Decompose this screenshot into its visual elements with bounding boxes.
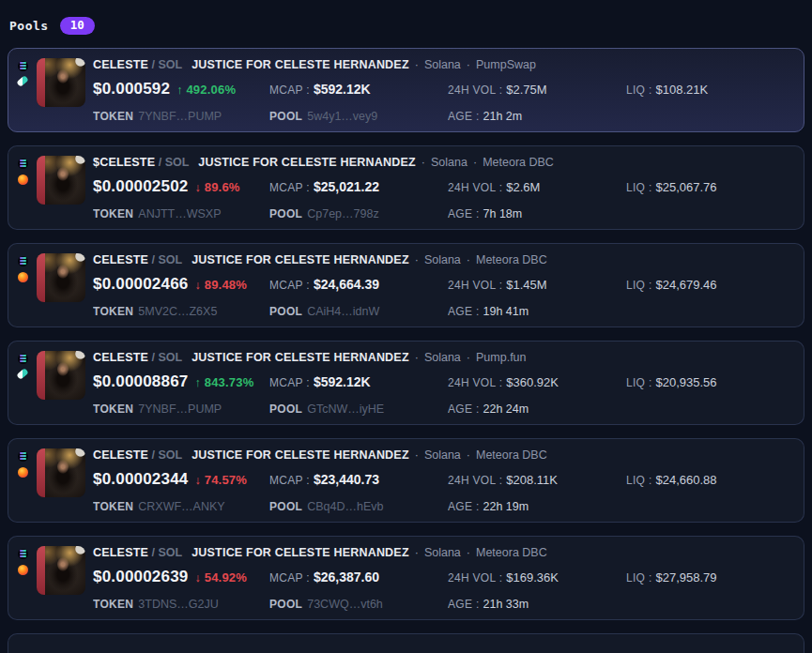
mcap-cell: MCAP :$26,387.60 xyxy=(269,569,448,585)
address-row: TOKENCRXWF…ANKY POOLCBq4D…hEvb AGE :22h … xyxy=(93,497,789,514)
token-avatar xyxy=(37,351,85,400)
pool-address: 73CWQ…vt6h xyxy=(307,598,383,611)
pair-symbol: CELESTE / SOL xyxy=(93,253,182,266)
price-cell: $0.00008867↑ 843.73% xyxy=(93,372,269,391)
chain-name: Solana xyxy=(431,156,467,169)
pumpfun-pill-icon xyxy=(16,367,29,379)
solana-icon xyxy=(18,159,28,169)
pair-symbol: CELESTE / SOL xyxy=(93,351,182,364)
mcap-value: $24,664.39 xyxy=(314,277,379,292)
pool-card[interactable]: CELESTE / SOL JUSTICE FOR CELESTE HERNAN… xyxy=(8,48,804,132)
stats-row: $0.00008867↑ 843.73% MCAP :$592.12K 24H … xyxy=(93,372,789,391)
solana-icon xyxy=(18,451,28,462)
volume-value: $208.11K xyxy=(506,473,558,487)
pool-title-row: CELESTE / SOL JUSTICE FOR CELESTE HERNAN… xyxy=(93,546,789,559)
token-address-cell[interactable]: TOKEN5MV2C…Z6X5 xyxy=(93,302,269,319)
token-avatar xyxy=(37,546,85,595)
stats-row: $0.00002639↓ 54.92% MCAP :$26,387.60 24H… xyxy=(93,568,789,586)
dex-name: Meteora DBC xyxy=(476,253,547,266)
token-full-name: JUSTICE FOR CELESTE HERNANDEZ xyxy=(192,546,409,559)
solana-icon xyxy=(18,549,28,559)
age-value: 22h 19m xyxy=(483,500,529,513)
token-address-cell[interactable]: TOKEN7YNBF…PUMP xyxy=(93,400,269,417)
chain-name: Solana xyxy=(424,448,461,462)
token-full-name: JUSTICE FOR CELESTE HERNANDEZ xyxy=(192,448,409,462)
pair-quote: / SOL xyxy=(152,546,183,559)
liquidity-value: $20,935.56 xyxy=(656,375,717,389)
dex-name: Meteora DBC xyxy=(476,546,547,559)
dex-name: Pump.fun xyxy=(476,351,527,364)
pair-base: CELESTE xyxy=(93,351,148,364)
pool-card[interactable]: CELESTE / SOL JUSTICE FOR CELESTE HERNAN… xyxy=(8,438,804,523)
liquidity-value: $24,679.46 xyxy=(656,278,717,292)
mcap-value: $26,387.60 xyxy=(314,569,379,585)
separator-dot: · xyxy=(415,58,419,71)
token-address: 5MV2C…Z6X5 xyxy=(138,305,217,318)
change-percent: 843.73% xyxy=(205,375,254,389)
liquidity-value: $25,067.76 xyxy=(656,180,717,194)
pair-quote: / SOL xyxy=(152,253,183,266)
pool-address: CBq4D…hEvb xyxy=(307,500,383,513)
price-cell: $0.00002502↓ 89.6% xyxy=(93,177,269,196)
pool-address-cell[interactable]: POOLCBq4D…hEvb xyxy=(269,497,448,514)
change-percent: 89.48% xyxy=(205,278,247,292)
token-address-cell[interactable]: TOKEN3TDNS…G2JU xyxy=(93,595,269,612)
token-label: TOKEN xyxy=(93,402,133,416)
token-avatar xyxy=(37,448,85,497)
liquidity-label: LIQ : xyxy=(626,376,652,389)
mcap-label: MCAP : xyxy=(269,279,310,292)
price-cell: $0.000592↑ 492.06% xyxy=(93,80,269,99)
pool-card[interactable]: CELESTE / SOL JUSTICE FOR CELESTE HERNAN… xyxy=(8,243,804,327)
mcap-value: $592.12K xyxy=(314,82,371,97)
pair-symbol: $CELESTE / SOL xyxy=(93,156,189,169)
pool-address-cell[interactable]: POOL73CWQ…vt6h xyxy=(269,595,448,612)
pool-address-cell[interactable]: POOL5w4y1…vey9 xyxy=(269,107,448,124)
price-value: $0.00002502 xyxy=(93,177,188,195)
mcap-value: $592.12K xyxy=(314,374,371,389)
age-value: 7h 18m xyxy=(483,207,523,220)
pool-address-cell[interactable]: POOLCp7ep…798z xyxy=(269,205,448,221)
price-value: $0.000592 xyxy=(93,80,170,98)
mcap-cell: MCAP :$25,021.22 xyxy=(269,178,448,195)
pool-badges xyxy=(18,351,31,377)
pair-quote: / SOL xyxy=(152,351,183,364)
age-cell: AGE :22h 19m xyxy=(448,497,626,514)
volume-value: $2.6M xyxy=(506,180,540,194)
pool-card[interactable]: CELESTE / SOL JUSTICE FOR CELESTE HERNAN… xyxy=(8,341,804,425)
solana-icon xyxy=(18,61,28,71)
meteora-icon xyxy=(18,272,28,282)
dex-name: PumpSwap xyxy=(476,58,536,71)
change-percent: 74.57% xyxy=(205,473,247,487)
pool-label: POOL xyxy=(269,207,302,220)
pool-badges xyxy=(18,253,31,282)
pool-label: POOL xyxy=(269,598,302,611)
liquidity-label: LIQ : xyxy=(626,279,652,292)
token-address-cell[interactable]: TOKENCRXWF…ANKY xyxy=(93,497,269,514)
token-address-cell[interactable]: TOKENANJTT…WSXP xyxy=(93,205,269,221)
pair-base: CELESTE xyxy=(93,448,148,462)
pool-address-cell[interactable]: POOLCAiH4…idnW xyxy=(269,302,448,319)
pool-badges xyxy=(18,156,31,185)
token-address: CRXWF…ANKY xyxy=(138,500,224,513)
pool-address: Cp7ep…798z xyxy=(307,207,378,220)
pair-quote: / SOL xyxy=(159,156,190,169)
pool-address-cell[interactable]: POOLGTcNW…iyHE xyxy=(269,400,448,417)
pool-title-row: CELESTE / SOL JUSTICE FOR CELESTE HERNAN… xyxy=(93,253,789,266)
pair-quote: / SOL xyxy=(152,58,183,71)
pool-card-partial[interactable] xyxy=(8,633,804,653)
age-label: AGE : xyxy=(448,500,480,513)
pair-base: CELESTE xyxy=(93,546,148,559)
separator-dot: · xyxy=(467,351,470,364)
pool-card[interactable]: $CELESTE / SOL JUSTICE FOR CELESTE HERNA… xyxy=(8,145,804,230)
token-label: TOKEN xyxy=(93,207,133,220)
stats-row: $0.000592↑ 492.06% MCAP :$592.12K 24H VO… xyxy=(93,80,789,99)
volume-label: 24H VOL : xyxy=(448,279,502,292)
separator-dot: · xyxy=(467,448,470,462)
token-address-cell[interactable]: TOKEN7YNBF…PUMP xyxy=(93,107,269,124)
liquidity-cell: LIQ :$108.21K xyxy=(626,81,789,98)
pool-card[interactable]: CELESTE / SOL JUSTICE FOR CELESTE HERNAN… xyxy=(8,536,804,620)
pool-address: 5w4y1…vey9 xyxy=(307,110,377,123)
pair-quote: / SOL xyxy=(152,448,183,462)
liquidity-cell: LIQ :$27,958.79 xyxy=(626,569,789,585)
liquidity-cell: LIQ :$24,660.88 xyxy=(626,471,789,488)
